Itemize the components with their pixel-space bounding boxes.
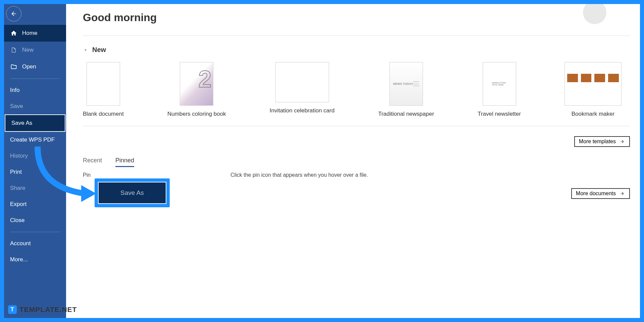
template-thumb (180, 62, 213, 106)
nav-print-label: Print (10, 169, 22, 175)
nav-new[interactable]: New (4, 42, 66, 58)
template-bookmark-maker[interactable]: Bookmark maker (565, 62, 622, 117)
nav-save-label: Save (10, 103, 23, 110)
greeting-title: Good morning (83, 11, 630, 24)
more-documents-label: More documents (576, 191, 616, 197)
nav-close-label: Close (10, 217, 24, 224)
template-label: Blank document (83, 111, 124, 117)
nav-history-label: History (10, 153, 28, 159)
nav-export-label: Export (10, 201, 26, 208)
nav-open[interactable]: Open (4, 58, 66, 75)
new-section-label: New (92, 46, 106, 54)
arrow-right-icon (619, 191, 625, 196)
nav-export[interactable]: Export (4, 196, 66, 212)
nav-info-label: Info (10, 87, 19, 94)
divider (83, 36, 630, 36)
template-thumb (565, 62, 622, 106)
callout-inner: Save As (98, 182, 166, 204)
tab-recent[interactable]: Recent (83, 157, 102, 167)
template-thumb (87, 62, 120, 106)
nav-share-label: Share (10, 185, 25, 192)
template-invitation-card[interactable]: Invitation celebration card (270, 62, 335, 117)
document-tabs: Recent Pinned (83, 157, 630, 167)
nav-divider (10, 78, 60, 79)
template-label: Traditional newspaper (378, 111, 434, 117)
nav-divider-2 (10, 232, 60, 232)
back-button[interactable] (6, 6, 21, 21)
template-thumb: NEWSLETTERTITLE HERE (483, 62, 516, 106)
arrow-left-icon (10, 10, 17, 17)
nav-account-label: Account (10, 240, 31, 247)
nav-home-label: Home (22, 30, 37, 37)
pinned-prefix: Pin (83, 172, 91, 178)
more-templates-label: More templates (579, 139, 616, 145)
divider (83, 126, 630, 126)
nav-close[interactable]: Close (4, 212, 66, 228)
nav-save[interactable]: Save (4, 98, 66, 114)
more-templates-row: More templates (83, 136, 630, 147)
template-travel-newsletter[interactable]: NEWSLETTERTITLE HERE Travel newsletter (478, 62, 521, 117)
main-content: Good morning New Blank document Numbers … (66, 4, 640, 318)
nav-open-label: Open (22, 63, 36, 70)
templates-row: Blank document Numbers coloring book Inv… (83, 62, 630, 117)
nav-create-wps-label: Create WPS PDF (10, 137, 55, 143)
template-newspaper[interactable]: NEWS TODAY━━━━━━━━━━━━━━━━━━ Traditional… (378, 62, 434, 117)
document-icon (10, 46, 17, 54)
nav-save-as[interactable]: Save As (5, 114, 65, 132)
watermark-logo-icon: T (8, 305, 17, 314)
folder-open-icon (10, 63, 17, 70)
chevron-down-icon (83, 47, 88, 53)
nav-info[interactable]: Info (4, 82, 66, 98)
nav-save-as-label: Save As (11, 120, 32, 126)
backstage-sidebar: Home New Open Info Save Save As Create W… (4, 4, 66, 318)
callout-label: Save As (120, 189, 144, 196)
nav-account[interactable]: Account (4, 235, 66, 252)
template-label: Numbers coloring book (167, 111, 226, 117)
nav-more-label: More... (10, 256, 28, 263)
template-label: Invitation celebration card (270, 107, 335, 114)
home-icon (10, 30, 17, 37)
more-templates-button[interactable]: More templates (574, 136, 630, 147)
template-numbers-coloring[interactable]: Numbers coloring book (167, 62, 226, 117)
nav-print[interactable]: Print (4, 164, 66, 180)
nav-create-wps-pdf[interactable]: Create WPS PDF (4, 132, 66, 148)
callout-save-as: Save As (95, 178, 170, 207)
nav-new-label: New (22, 47, 34, 53)
nav-home[interactable]: Home (4, 25, 66, 42)
template-label: Travel newsletter (478, 111, 521, 117)
nav-history[interactable]: History (4, 148, 66, 164)
template-thumb (275, 62, 329, 102)
arrow-right-icon (619, 139, 625, 144)
nav-share[interactable]: Share (4, 180, 66, 196)
template-blank-document[interactable]: Blank document (83, 62, 124, 117)
tab-pinned[interactable]: Pinned (115, 157, 134, 167)
more-documents-button[interactable]: More documents (571, 188, 630, 199)
template-thumb: NEWS TODAY━━━━━━━━━━━━━━━━━━ (389, 62, 423, 106)
template-label: Bookmark maker (572, 111, 614, 117)
new-section-header[interactable]: New (83, 46, 630, 54)
nav-more[interactable]: More... (4, 252, 66, 268)
watermark-text: TEMPLATE.NET (19, 306, 77, 314)
pinned-hint-text: Pin ░░░░░░░░░░░░░░░░░░░░░░░░░░░░░░░░░░░░… (83, 172, 630, 178)
watermark: T TEMPLATE.NET (8, 305, 77, 314)
pinned-suffix: Click the pin icon that appears when you… (230, 172, 368, 178)
